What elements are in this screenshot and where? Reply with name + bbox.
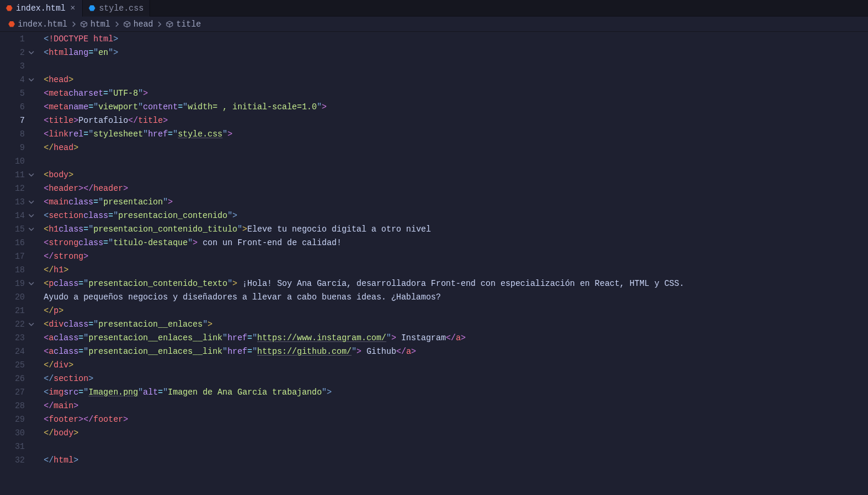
line-number: 3 — [0, 59, 35, 73]
tab-bar: ⬣ index.html × ⬣ style.css — [0, 0, 868, 17]
code-line[interactable]: <link rel="stylesheet" href="style.css"> — [44, 127, 868, 141]
code-line[interactable]: <p class="presentacion_contenido_texto">… — [44, 276, 868, 290]
chevron-right-icon — [114, 21, 120, 27]
line-number: 10 — [0, 154, 35, 168]
line-number: 7 — [0, 113, 35, 127]
line-number: 5 — [0, 86, 35, 100]
code-line[interactable]: <meta name="viewport" content="width= , … — [44, 100, 868, 113]
line-number: 9 — [0, 141, 35, 154]
code-line[interactable]: <img src="Imagen.png" alt="Imagen de Ana… — [44, 385, 868, 399]
fold-chevron-icon[interactable] — [27, 199, 35, 205]
line-number: 8 — [0, 127, 35, 141]
line-number: 18 — [0, 263, 35, 276]
line-number: 15 — [0, 222, 35, 236]
code-line[interactable]: </h1> — [44, 263, 868, 276]
gutter: 1234567891011121314151617181920212223242… — [0, 32, 40, 467]
code-line[interactable]: Ayudo a pequeños negocios y diseñadores … — [44, 290, 868, 304]
code-line[interactable]: <html lang="en"> — [44, 45, 868, 59]
code-line[interactable]: <title>Portafolio</title> — [44, 113, 868, 127]
html5-icon: ⬣ — [6, 4, 12, 13]
code-line[interactable]: <body> — [44, 168, 868, 181]
fold-chevron-icon[interactable] — [27, 226, 35, 232]
html5-icon: ⬣ — [8, 19, 15, 29]
line-number: 20 — [0, 290, 35, 304]
fold-chevron-icon[interactable] — [27, 50, 35, 56]
breadcrumb-item[interactable]: html — [80, 19, 110, 29]
code-line[interactable]: <!DOCTYPE html> — [44, 32, 868, 45]
code-line[interactable]: <section class="presentacion_contenido"> — [44, 209, 868, 222]
code-line[interactable]: <footer></footer> — [44, 412, 868, 426]
code-line[interactable]: </strong> — [44, 249, 868, 263]
line-number: 25 — [0, 358, 35, 372]
code-line[interactable]: <strong class="titulo-destaque"> con un … — [44, 236, 868, 249]
code-line[interactable]: <meta charset="UTF-8"> — [44, 86, 868, 100]
line-number: 16 — [0, 236, 35, 249]
line-number: 28 — [0, 399, 35, 412]
line-number: 11 — [0, 168, 35, 181]
code-line[interactable]: <header></header> — [44, 181, 868, 195]
line-number: 29 — [0, 412, 35, 426]
code-area[interactable]: <!DOCTYPE html> <html lang="en"> <head> … — [40, 32, 868, 467]
code-line[interactable] — [44, 439, 868, 453]
code-line[interactable]: <head> — [44, 73, 868, 86]
line-number: 26 — [0, 372, 35, 385]
code-line[interactable]: <a class="presentacion__enlaces__link" h… — [44, 344, 868, 358]
tab-style-css[interactable]: ⬣ style.css — [83, 0, 150, 17]
tab-label: style.css — [99, 4, 144, 13]
line-number: 27 — [0, 385, 35, 399]
cube-icon — [123, 21, 131, 28]
line-number: 12 — [0, 181, 35, 195]
line-number: 4 — [0, 73, 35, 86]
chevron-right-icon — [71, 21, 77, 27]
fold-chevron-icon[interactable] — [27, 172, 35, 178]
code-line[interactable]: </body> — [44, 426, 868, 439]
line-number: 19 — [0, 276, 35, 290]
line-number: 22 — [0, 317, 35, 331]
fold-chevron-icon[interactable] — [27, 321, 35, 327]
breadcrumb-item[interactable]: ⬣ index.html — [8, 19, 67, 29]
line-number: 30 — [0, 426, 35, 439]
code-line[interactable]: </div> — [44, 358, 868, 372]
editor[interactable]: 1234567891011121314151617181920212223242… — [0, 32, 868, 467]
line-number: 21 — [0, 304, 35, 317]
line-number: 24 — [0, 344, 35, 358]
breadcrumb: ⬣ index.html html head title — [0, 17, 868, 32]
chevron-right-icon — [157, 21, 162, 27]
code-line[interactable]: </section> — [44, 372, 868, 385]
line-number: 14 — [0, 209, 35, 222]
cube-icon — [80, 21, 87, 28]
line-number: 1 — [0, 32, 35, 45]
code-line[interactable]: <a class="presentacion__enlaces__link" h… — [44, 331, 868, 344]
code-line[interactable]: </html> — [44, 453, 868, 467]
breadcrumb-item[interactable]: head — [123, 19, 154, 29]
close-icon[interactable]: × — [69, 4, 76, 13]
fold-chevron-icon[interactable] — [27, 281, 35, 286]
code-line[interactable] — [44, 59, 868, 73]
line-number: 13 — [0, 195, 35, 209]
fold-chevron-icon[interactable] — [27, 77, 35, 83]
line-number: 23 — [0, 331, 35, 344]
fold-chevron-icon[interactable] — [27, 213, 35, 219]
tab-index-html[interactable]: ⬣ index.html × — [0, 0, 83, 17]
line-number: 6 — [0, 100, 35, 113]
code-line[interactable]: <div class="presentacion__enlaces"> — [44, 317, 868, 331]
code-line[interactable] — [44, 154, 868, 168]
code-line[interactable]: </head> — [44, 141, 868, 154]
code-line[interactable]: <h1 class="presentacion_contenido_titulo… — [44, 222, 868, 236]
code-line[interactable]: <main class="presentacion"> — [44, 195, 868, 209]
line-number: 32 — [0, 453, 35, 467]
css-icon: ⬣ — [89, 4, 95, 13]
line-number: 31 — [0, 439, 35, 453]
line-number: 17 — [0, 249, 35, 263]
code-line[interactable]: </p> — [44, 304, 868, 317]
code-line[interactable]: </main> — [44, 399, 868, 412]
tab-label: index.html — [16, 4, 66, 13]
breadcrumb-item[interactable]: title — [166, 19, 201, 29]
cube-icon — [166, 21, 173, 28]
line-number: 2 — [0, 45, 35, 59]
